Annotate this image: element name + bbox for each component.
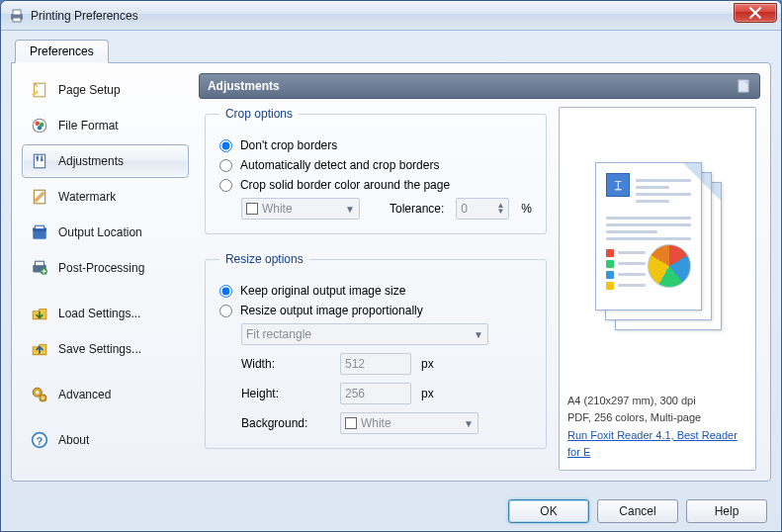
svg-point-20 <box>36 391 39 394</box>
svg-point-10 <box>36 156 39 159</box>
tolerance-value: 0 <box>461 202 468 216</box>
window-frame: Printing Preferences Preferences Page Se… <box>0 0 782 532</box>
radio-auto-crop[interactable] <box>219 159 232 172</box>
tolerance-label: Tolerance: <box>390 202 444 216</box>
crop-legend: Crop options <box>219 107 299 121</box>
crop-color-value: White <box>262 202 293 216</box>
sidebar-item-adjustments[interactable]: Adjustments <box>22 144 189 178</box>
tolerance-unit: % <box>521 202 532 216</box>
load-settings-icon <box>31 305 48 322</box>
svg-point-8 <box>38 126 43 131</box>
ok-button[interactable]: OK <box>508 499 589 523</box>
window-title: Printing Preferences <box>31 9 138 23</box>
svg-point-11 <box>41 158 43 161</box>
advanced-icon <box>31 386 48 403</box>
preview-paper-info: A4 (210x297 mm), 300 dpi <box>567 393 747 410</box>
height-unit: px <box>421 387 434 400</box>
sidebar-item-save-settings[interactable]: Save Settings... <box>22 332 189 366</box>
content-area: Adjustments Crop options Don't crop bord… <box>199 73 760 471</box>
sidebar-item-about[interactable]: ? About <box>22 423 189 457</box>
background-value: White <box>361 416 391 430</box>
sidebar-item-label: Load Settings... <box>58 307 140 320</box>
sidebar-item-label: Output Location <box>58 225 142 239</box>
adjustments-icon <box>31 152 48 170</box>
height-value: 256 <box>345 387 365 400</box>
tab-strip: Preferences <box>11 39 771 62</box>
output-location-icon <box>31 223 48 241</box>
help-label: Help <box>715 504 739 518</box>
spin-buttons-icon: ▲▼ <box>496 203 504 215</box>
printer-icon <box>9 8 25 24</box>
resize-options-group: Resize options Keep original output imag… <box>205 252 547 449</box>
sidebar-item-watermark[interactable]: Watermark <box>22 180 189 214</box>
sidebar-item-label: Page Setup <box>58 83 121 97</box>
radio-solid-crop[interactable] <box>219 179 232 192</box>
sidebar-item-label: Advanced <box>58 388 111 401</box>
svg-rect-15 <box>36 225 44 228</box>
content-header: Adjustments <box>199 73 760 99</box>
file-format-icon <box>31 117 48 134</box>
background-combo[interactable]: White ▼ <box>340 412 478 434</box>
svg-rect-2 <box>13 18 21 22</box>
background-label: Background: <box>241 416 330 430</box>
sidebar-item-label: Post-Processing <box>58 261 144 275</box>
radio-keep-size-label: Keep original output image size <box>240 284 405 298</box>
tolerance-spin[interactable]: 0 ▲▼ <box>456 198 509 220</box>
sidebar-item-output-location[interactable]: Output Location <box>22 216 189 249</box>
radio-resize-prop-label: Resize output image proportionally <box>240 304 423 317</box>
sidebar-item-load-settings[interactable]: Load Settings... <box>22 297 189 330</box>
sidebar-item-page-setup[interactable]: Page Setup <box>22 73 189 107</box>
chevron-down-icon: ▼ <box>474 329 483 340</box>
svg-text:?: ? <box>37 435 43 447</box>
watermark-icon <box>31 188 48 206</box>
help-button[interactable]: Help <box>686 499 767 523</box>
sidebar-item-label: About <box>58 433 89 447</box>
width-unit: px <box>421 357 434 371</box>
svg-point-22 <box>42 397 43 399</box>
logo-icon: ⌶ <box>606 173 630 197</box>
radio-no-crop[interactable] <box>219 139 232 152</box>
svg-rect-1 <box>13 10 21 15</box>
height-input[interactable]: 256 <box>340 383 411 404</box>
close-button[interactable] <box>734 3 777 23</box>
cancel-label: Cancel <box>619 504 655 518</box>
width-value: 512 <box>345 357 365 371</box>
width-input[interactable]: 512 <box>340 353 411 375</box>
crop-color-combo[interactable]: White ▼ <box>241 198 360 220</box>
sidebar-item-label: File Format <box>58 119 119 133</box>
main-panel: Page Setup File Format Adjustments Water… <box>11 62 771 482</box>
fit-mode-combo[interactable]: Fit rectangle ▼ <box>241 323 488 345</box>
cancel-button[interactable]: Cancel <box>597 499 678 523</box>
sidebar-item-file-format[interactable]: File Format <box>22 109 189 142</box>
sidebar-item-label: Save Settings... <box>58 342 141 356</box>
sidebar-item-post-processing[interactable]: Post-Processing <box>22 251 189 285</box>
chevron-down-icon: ▼ <box>345 204 355 215</box>
preview-image: ⌶ <box>567 118 747 385</box>
resize-legend: Resize options <box>219 252 309 266</box>
preview-box: ⌶ <box>559 107 756 471</box>
fit-mode-value: Fit rectangle <box>246 327 311 341</box>
svg-rect-9 <box>34 154 44 168</box>
dialog-footer: OK Cancel Help <box>1 491 781 531</box>
sidebar: Page Setup File Format Adjustments Water… <box>22 73 189 471</box>
radio-keep-size[interactable] <box>219 285 232 298</box>
preview-app-link[interactable]: Run Foxit Reader 4.1, Best Reader for E <box>567 429 738 459</box>
radio-auto-crop-label: Automatically detect and crop borders <box>240 158 439 172</box>
radio-resize-prop[interactable] <box>219 305 232 317</box>
ok-label: OK <box>540 504 557 518</box>
preview-format-info: PDF, 256 colors, Multi-page <box>567 409 747 427</box>
sidebar-item-advanced[interactable]: Advanced <box>22 378 189 411</box>
save-settings-icon <box>31 340 48 358</box>
svg-point-6 <box>36 122 41 127</box>
radio-no-crop-label: Don't crop borders <box>240 138 337 152</box>
svg-rect-17 <box>36 261 44 266</box>
tab-preferences[interactable]: Preferences <box>15 40 109 63</box>
about-icon: ? <box>31 431 48 449</box>
crop-options-group: Crop options Don't crop borders Automati… <box>205 107 547 234</box>
chevron-down-icon: ▼ <box>464 418 474 429</box>
page-setup-icon <box>31 81 48 99</box>
titlebar: Printing Preferences <box>1 1 781 31</box>
tab-label: Preferences <box>30 44 94 58</box>
content-title: Adjustments <box>208 79 280 93</box>
width-label: Width: <box>241 357 330 371</box>
